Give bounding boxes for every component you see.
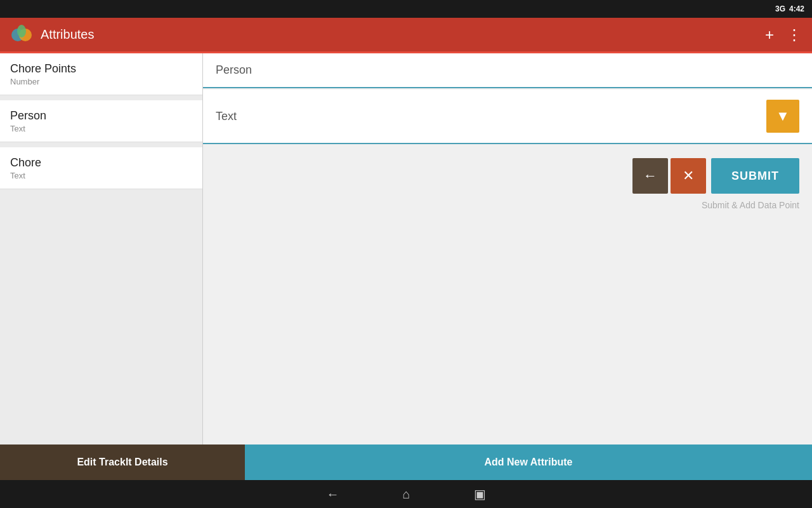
back-button[interactable]: ← bbox=[632, 158, 668, 194]
sidebar-item-chore-subtitle: Text bbox=[10, 171, 192, 180]
content-area: Person Text ▼ ← ✕ SUBMIT Submit & Ad bbox=[203, 53, 812, 444]
sidebar-item-chore-points-title: Chore Points bbox=[10, 62, 192, 76]
sidebar: Chore Points Number Person Text Chore Te… bbox=[0, 53, 203, 444]
status-bar: 3G 4:42 bbox=[0, 0, 812, 18]
cancel-button[interactable]: ✕ bbox=[671, 158, 706, 194]
android-bar: ← ⌂ ▣ bbox=[0, 480, 812, 508]
add-icon[interactable]: + bbox=[765, 26, 774, 44]
submit-add-link[interactable]: Submit & Add Data Point bbox=[702, 200, 799, 210]
android-home-button[interactable]: ⌂ bbox=[402, 487, 410, 502]
svg-point-2 bbox=[17, 25, 26, 37]
text-field-label: Text bbox=[216, 110, 766, 123]
page-title: Attributes bbox=[41, 27, 765, 42]
android-back-button[interactable]: ← bbox=[326, 487, 339, 502]
text-field: Text ▼ bbox=[203, 90, 812, 144]
app-logo bbox=[10, 23, 33, 46]
more-icon[interactable]: ⋮ bbox=[787, 26, 802, 44]
submit-button[interactable]: SUBMIT bbox=[711, 158, 799, 194]
sidebar-item-chore-points[interactable]: Chore Points Number bbox=[0, 53, 202, 95]
sidebar-item-person-title: Person bbox=[10, 109, 192, 123]
dropdown-button[interactable]: ▼ bbox=[766, 100, 799, 133]
action-area: ← ✕ SUBMIT Submit & Add Data Point bbox=[203, 145, 812, 210]
bottom-nav: Edit TrackIt Details Add New Attribute bbox=[0, 444, 812, 480]
chevron-down-icon: ▼ bbox=[776, 108, 790, 124]
submit-label: SUBMIT bbox=[731, 170, 779, 183]
edit-trackit-label: Edit TrackIt Details bbox=[77, 457, 167, 468]
person-field: Person bbox=[203, 53, 812, 88]
edit-trackit-button[interactable]: Edit TrackIt Details bbox=[0, 444, 245, 480]
cancel-icon: ✕ bbox=[683, 168, 694, 184]
sidebar-item-chore-points-subtitle: Number bbox=[10, 77, 192, 86]
main-layout: Chore Points Number Person Text Chore Te… bbox=[0, 53, 812, 444]
back-icon: ← bbox=[643, 168, 657, 184]
sidebar-item-chore[interactable]: Chore Text bbox=[0, 147, 202, 189]
title-bar: Attributes + ⋮ bbox=[0, 18, 812, 53]
add-attribute-button[interactable]: Add New Attribute bbox=[245, 444, 812, 480]
sidebar-gap-2 bbox=[0, 142, 202, 147]
android-recent-button[interactable]: ▣ bbox=[474, 486, 486, 502]
time-display: 4:42 bbox=[789, 4, 804, 13]
sidebar-item-chore-title: Chore bbox=[10, 156, 192, 170]
network-indicator: 3G bbox=[775, 4, 785, 13]
sidebar-item-person[interactable]: Person Text bbox=[0, 100, 202, 142]
sidebar-item-person-subtitle: Text bbox=[10, 124, 192, 133]
person-field-label: Person bbox=[216, 64, 799, 77]
add-attribute-label: Add New Attribute bbox=[485, 457, 573, 468]
title-actions: + ⋮ bbox=[765, 26, 802, 44]
sidebar-gap-1 bbox=[0, 95, 202, 100]
action-buttons-row: ← ✕ SUBMIT bbox=[632, 158, 799, 194]
